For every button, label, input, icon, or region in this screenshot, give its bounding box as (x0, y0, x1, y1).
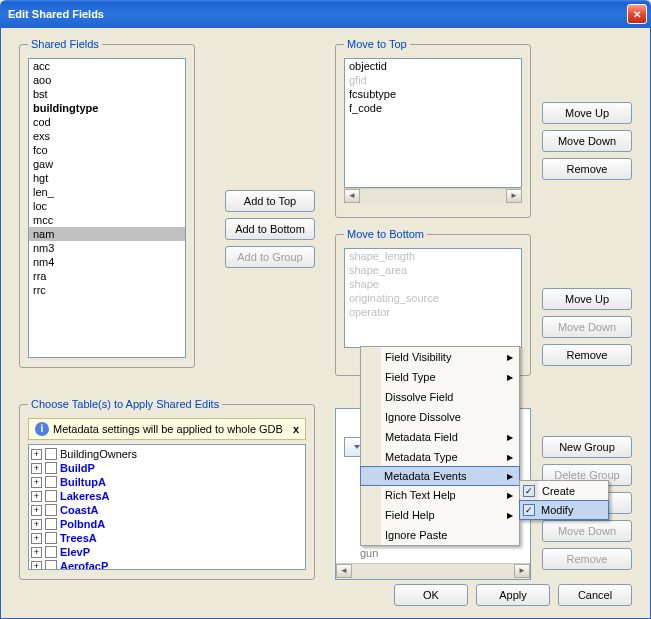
move-to-bottom-list[interactable]: shape_lengthshape_areashapeoriginating_s… (344, 248, 522, 348)
menu-item[interactable]: Field Help▶ (361, 505, 519, 525)
cancel-button[interactable]: Cancel (558, 584, 632, 606)
top-item[interactable]: objectid (345, 59, 521, 73)
shared-field-item[interactable]: len_ (29, 185, 185, 199)
top-buttons: Move Up Move Down Remove (542, 102, 632, 186)
submenu-item[interactable]: ✓Modify (519, 500, 609, 520)
hscroll[interactable]: ◄► (344, 188, 522, 204)
shared-field-item[interactable]: cod (29, 115, 185, 129)
tree-label: LakeresA (60, 490, 110, 502)
apply-button[interactable]: Apply (476, 584, 550, 606)
checkbox[interactable] (45, 504, 57, 516)
tree-item[interactable]: +BuildP (31, 461, 303, 475)
menu-item[interactable]: Dissolve Field (361, 387, 519, 407)
menu-item[interactable]: Field Type▶ (361, 367, 519, 387)
expand-icon[interactable]: + (31, 547, 42, 558)
shared-field-item[interactable]: loc (29, 199, 185, 213)
move-to-top-list[interactable]: objectidgfidfcsubtypef_code (344, 58, 522, 188)
shared-field-item[interactable]: nam (29, 227, 185, 241)
add-to-group-button[interactable]: Add to Group (225, 246, 315, 268)
checkbox[interactable] (45, 546, 57, 558)
tree-label: ElevP (60, 546, 90, 558)
checkbox[interactable] (45, 560, 57, 570)
bottom-move-down-button[interactable]: Move Down (542, 316, 632, 338)
expand-icon[interactable]: + (31, 463, 42, 474)
expand-icon[interactable]: + (31, 519, 42, 530)
add-to-top-button[interactable]: Add to Top (225, 190, 315, 212)
bottom-item[interactable]: shape (345, 277, 521, 291)
add-to-bottom-button[interactable]: Add to Bottom (225, 218, 315, 240)
bottom-item[interactable]: operator (345, 305, 521, 319)
tables-tree[interactable]: +BuildingOwners+BuildP+BuiltupA+LakeresA… (28, 444, 306, 570)
top-move-down-button[interactable]: Move Down (542, 130, 632, 152)
group-move-down-button[interactable]: Move Down (542, 520, 632, 542)
expand-icon[interactable]: + (31, 505, 42, 516)
close-button[interactable]: ✕ (627, 4, 647, 24)
tree-item[interactable]: +BuildingOwners (31, 447, 303, 461)
new-group-button[interactable]: New Group (542, 436, 632, 458)
shared-field-item[interactable]: fco (29, 143, 185, 157)
choose-tables-group: Choose Table(s) to Apply Shared Edits i … (19, 398, 315, 580)
shared-field-item[interactable]: nm3 (29, 241, 185, 255)
submenu-arrow-icon: ▶ (507, 353, 513, 362)
shared-field-item[interactable]: rra (29, 269, 185, 283)
checkbox[interactable] (45, 518, 57, 530)
checkbox[interactable] (45, 448, 57, 460)
tree-item[interactable]: +ElevP (31, 545, 303, 559)
bottom-move-up-button[interactable]: Move Up (542, 288, 632, 310)
checkbox[interactable] (45, 490, 57, 502)
tree-item[interactable]: +AerofacP (31, 559, 303, 570)
ok-button[interactable]: OK (394, 584, 468, 606)
expand-icon[interactable]: + (31, 561, 42, 571)
shared-field-item[interactable]: bst (29, 87, 185, 101)
checkbox[interactable] (45, 462, 57, 474)
top-remove-button[interactable]: Remove (542, 158, 632, 180)
hscroll[interactable]: ◄► (336, 563, 530, 579)
checkbox[interactable] (45, 476, 57, 488)
top-item[interactable]: gfid (345, 73, 521, 87)
context-menu[interactable]: Field Visibility▶Field Type▶Dissolve Fie… (360, 346, 520, 546)
shared-field-item[interactable]: buildingtype (29, 101, 185, 115)
shared-field-item[interactable]: acc (29, 59, 185, 73)
context-submenu[interactable]: ✓Create✓Modify (519, 480, 609, 520)
tree-item[interactable]: +TreesA (31, 531, 303, 545)
shared-field-item[interactable]: mcc (29, 213, 185, 227)
menu-item[interactable]: Rich Text Help▶ (361, 485, 519, 505)
menu-item[interactable]: Field Visibility▶ (361, 347, 519, 367)
group-remove-button[interactable]: Remove (542, 548, 632, 570)
bottom-item[interactable]: originating_source (345, 291, 521, 305)
check-icon: ✓ (523, 485, 535, 497)
menu-item[interactable]: Metadata Field▶ (361, 427, 519, 447)
tree-label: AerofacP (60, 560, 108, 570)
submenu-item[interactable]: ✓Create (520, 481, 608, 501)
bottom-item[interactable]: shape_area (345, 263, 521, 277)
menu-label: Ignore Paste (385, 529, 447, 541)
info-close-icon[interactable]: x (293, 423, 299, 435)
shared-field-item[interactable]: aoo (29, 73, 185, 87)
menu-item[interactable]: Metadata Type▶ (361, 447, 519, 467)
shared-fields-list[interactable]: accaoobstbuildingtypecodexsfcogawhgtlen_… (28, 58, 186, 358)
shared-field-item[interactable]: hgt (29, 171, 185, 185)
menu-item[interactable]: Metadata Events▶ (360, 466, 520, 486)
shared-field-item[interactable]: nm4 (29, 255, 185, 269)
checkbox[interactable] (45, 532, 57, 544)
shared-field-item[interactable]: rrc (29, 283, 185, 297)
expand-icon[interactable]: + (31, 449, 42, 460)
expand-icon[interactable]: + (31, 477, 42, 488)
bottom-remove-button[interactable]: Remove (542, 344, 632, 366)
tree-item[interactable]: +BuiltupA (31, 475, 303, 489)
tree-item[interactable]: +CoastA (31, 503, 303, 517)
menu-item[interactable]: Ignore Dissolve (361, 407, 519, 427)
expand-icon[interactable]: + (31, 491, 42, 502)
shared-field-item[interactable]: exs (29, 129, 185, 143)
menu-label: Dissolve Field (385, 391, 453, 403)
bottom-item[interactable]: shape_length (345, 249, 521, 263)
tree-item[interactable]: +LakeresA (31, 489, 303, 503)
top-item[interactable]: fcsubtype (345, 87, 521, 101)
top-move-up-button[interactable]: Move Up (542, 102, 632, 124)
tree-item[interactable]: +PolbndA (31, 517, 303, 531)
expand-icon[interactable]: + (31, 533, 42, 544)
shared-field-item[interactable]: gaw (29, 157, 185, 171)
menu-item[interactable]: Ignore Paste (361, 525, 519, 545)
top-item[interactable]: f_code (345, 101, 521, 115)
titlebar[interactable]: Edit Shared Fields ✕ (0, 0, 651, 28)
